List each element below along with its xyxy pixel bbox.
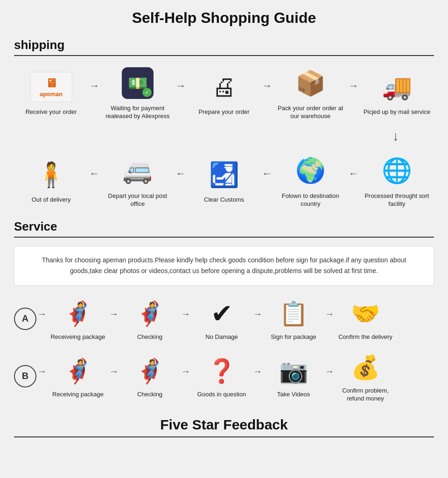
step-waiting-payment: 💵 ✓ Waiting for payment realeased by Ali… [100, 64, 175, 120]
step-out-delivery: 🧍 Out of delivery [14, 156, 88, 204]
payment-icon: 💵 ✓ [117, 64, 159, 102]
step-confirm-problem: 💰 Confirm problem, refund money [335, 350, 396, 403]
clipboard-icon: 📋 [275, 296, 312, 331]
checking-b-icon: 🦸 [131, 353, 168, 388]
sarrow-b4: → [325, 366, 334, 377]
arrow-1: → [89, 80, 99, 92]
sarrow-a2: → [181, 309, 190, 319]
sort-globe-icon: 🌐 [376, 152, 418, 190]
step-depart-office: 🚐 Depart your local post office [100, 152, 175, 208]
arrow-r2: ← [175, 168, 186, 180]
step-checking-a-label: Checking [137, 333, 162, 341]
step-no-damage: ✔ No Damage [191, 296, 252, 341]
checkmark-icon: ✔ [203, 296, 240, 331]
service-flow-b: B → 🦸 Receiving package → 🦸 Checking → ❓ [14, 350, 434, 403]
shipping-section: shipping 🖥 apeman Receive your order → � [14, 38, 434, 208]
refund-icon: 💰 [347, 350, 384, 385]
box-icon: 📦 [289, 64, 331, 102]
step-sign-package: 📋 Sign for package [263, 296, 324, 341]
step-sign-package-label: Sign for package [271, 333, 316, 341]
step-flown-destination-label: Folown to destination country [273, 192, 348, 208]
superhero-b-icon: 🦸 [59, 353, 97, 388]
arrow-r1: ← [89, 168, 99, 180]
step-flown-destination: 🌍 Folown to destination country [273, 152, 348, 208]
arrow-2: → [175, 80, 186, 92]
printer-icon: 🖨 [203, 68, 245, 105]
shipping-row2: 🧍 Out of delivery ← 🚐 Depart your local … [14, 152, 434, 208]
step-receiving-pkg-b: 🦸 Receiving package [48, 353, 108, 399]
checking-a-icon: 🦸 [131, 296, 168, 331]
sarrow-a4: → [325, 309, 334, 319]
step-depart-office-label: Depart your local post office [100, 192, 175, 208]
step-pack-order-label: Pack your order order at our warehouse [273, 105, 348, 120]
step-checking-b-label: Checking [137, 391, 162, 399]
step-take-videos: 📷 Take Videos [263, 353, 324, 399]
arrow-3: → [262, 80, 273, 92]
globe-plane-icon: 🌍 [289, 152, 331, 190]
main-title: Self-Help Shopping Guide [14, 9, 434, 27]
van-icon: 🚐 [117, 152, 159, 190]
step-goods-question-label: Goods in question [197, 391, 246, 399]
step-clear-customs: 🛃 Clear Customs [187, 156, 261, 204]
shipping-section-title: shipping [14, 38, 434, 56]
arrow-4: → [349, 80, 359, 92]
feedback-divider [14, 436, 434, 437]
step-receiving-pkg-b-label: Receiving package [52, 391, 104, 399]
shipping-row1: 🖥 apeman Receive your order → 💵 ✓ Waitin… [14, 64, 434, 120]
sarrow-b1: → [109, 366, 119, 377]
step-waiting-payment-label: Waiting for payment realeased by Aliexpr… [100, 105, 175, 120]
step-no-damage-label: No Damage [205, 333, 238, 341]
step-pack-order: 📦 Pack your order order at our warehouse [273, 64, 348, 120]
step-checking-a: 🦸 Checking [119, 296, 180, 341]
step-processed-sort-label: Processed throught sort facility [360, 192, 434, 208]
step-clear-customs-label: Clear Customs [204, 196, 244, 204]
sarrow-b2: → [181, 366, 190, 377]
step-prepare-order-label: Prepare your order [198, 108, 249, 116]
camera-icon: 📷 [275, 353, 312, 388]
page-container: Self-Help Shopping Guide shipping 🖥 apem… [0, 0, 448, 454]
step-receiveing-pkg-label: Receiveing package [50, 333, 105, 341]
sarrow-a1: → [109, 309, 119, 319]
truck-icon: 🚚 [376, 68, 418, 105]
arrow-down: ↓ [392, 129, 399, 144]
arrow-down-row: ↓ [14, 129, 434, 144]
sarrow-b0: → [37, 366, 47, 377]
step-prepare-order: 🖨 Prepare your order [187, 68, 261, 116]
step-processed-sort: 🌐 Processed throught sort facility [360, 152, 434, 208]
service-section: Service Thanks for choosing apeman produ… [14, 219, 434, 403]
step-confirm-delivery-label: Confirm the delivery [338, 333, 392, 341]
service-description: Thanks for choosing apeman products.Plea… [14, 246, 434, 286]
step-take-videos-label: Take Videos [277, 391, 310, 399]
step-receive-order-label: Receive your order [26, 108, 77, 116]
step-goods-question: ❓ Goods in question [191, 353, 252, 399]
sarrow-a0: → [37, 309, 47, 319]
service-flow-a: A → 🦸 Receiveing package → 🦸 Checking → … [14, 296, 434, 341]
arrow-r3: ← [262, 168, 273, 180]
step-out-delivery-label: Out of delivery [32, 196, 71, 204]
step-receiveing-pkg: 🦸 Receiveing package [48, 296, 108, 341]
arrow-r4: ← [349, 168, 359, 180]
flow-b-label: B [14, 365, 36, 387]
feedback-title: Five Star Feedback [14, 417, 434, 433]
handshake-icon: 🤝 [347, 296, 384, 331]
customs-icon: 🛃 [203, 156, 245, 193]
step-confirm-problem-label: Confirm problem, refund money [335, 387, 396, 403]
superhero-a-icon: 🦸 [59, 296, 97, 331]
step-receive-order: 🖥 apeman Receive your order [14, 68, 88, 116]
service-section-title: Service [14, 219, 434, 238]
step-pickup-mail-label: Picjed up by mail service [364, 108, 430, 116]
monitor-icon: 🖥 apeman [30, 68, 72, 105]
delivery-man-icon: 🧍 [30, 156, 72, 193]
sarrow-a3: → [253, 309, 262, 319]
question-icon: ❓ [203, 353, 240, 388]
step-checking-b: 🦸 Checking [119, 353, 180, 399]
flow-a-label: A [14, 308, 36, 330]
step-pickup-mail: 🚚 Picjed up by mail service [360, 68, 434, 116]
step-confirm-delivery: 🤝 Confirm the delivery [335, 296, 396, 341]
sarrow-b3: → [253, 366, 262, 377]
